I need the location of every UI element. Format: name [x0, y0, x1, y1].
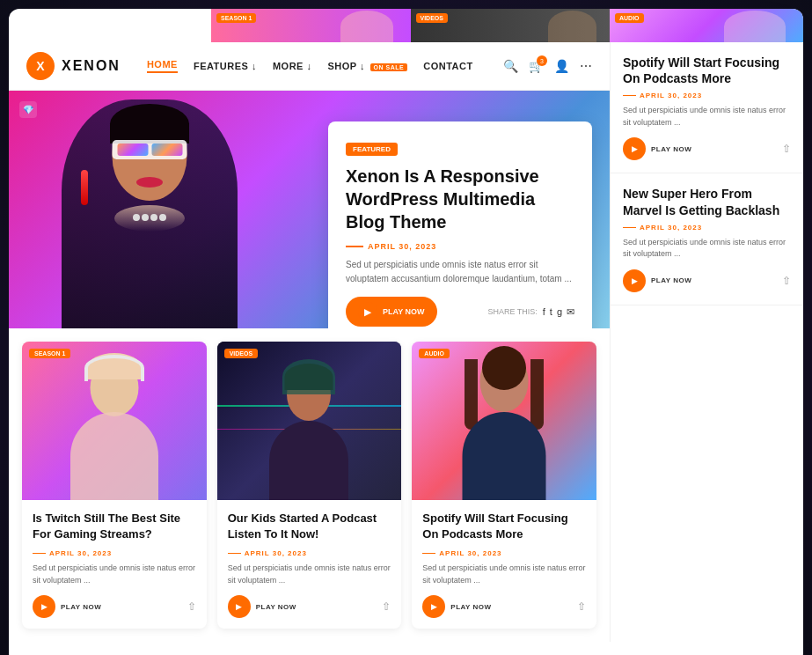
sidebar-2-share-icon[interactable]: ⇧	[782, 275, 791, 287]
sidebar-1-play-icon: ▶	[623, 137, 646, 160]
hero-card: FEATURED Xenon Is A Responsive WordPress…	[328, 121, 592, 328]
card-1-badge: SEASON 1	[29, 349, 70, 358]
main-wrapper: X XENON HOME FEATURES ↓ MORE ↓ SHOP ↓ ON…	[9, 9, 803, 642]
sidebar-1-play-button[interactable]: ▶ PLAY NOW	[623, 137, 691, 160]
card-2-badge: VIDEOS	[224, 349, 258, 358]
nav-contact[interactable]: CONTACT	[423, 61, 472, 71]
sidebar-2-play-icon: ▶	[623, 269, 646, 292]
right-sidebar: AUDIO Spotify Will Start Focusing On Pod…	[610, 42, 803, 642]
navbar: X XENON HOME FEATURES ↓ MORE ↓ SHOP ↓ ON…	[9, 42, 610, 91]
card-3-play-label: PLAY NOW	[450, 603, 491, 611]
sidebar-2-card: New Super Hero From Marvel Is Getting Ba…	[611, 173, 803, 305]
sidebar-1-card: Spotify Will Start Focusing On Podcasts …	[611, 42, 803, 173]
sidebar-item-1: AUDIO Spotify Will Start Focusing On Pod…	[611, 42, 803, 173]
sidebar-2-title: New Super Hero From Marvel Is Getting Ba…	[623, 186, 791, 217]
share-icons: f t g ✉	[543, 306, 574, 318]
right-top-strip: AUDIO	[610, 9, 803, 42]
card-1-title: Is Twitch Still The Best Site For Gaming…	[33, 511, 196, 542]
card-1-share-icon[interactable]: ⇧	[187, 600, 196, 613]
card-3-play-icon: ▶	[422, 595, 445, 618]
sidebar-1-play-label: PLAY NOW	[651, 145, 691, 153]
sidebar-2-date: APRIL 30, 2023	[623, 224, 791, 232]
nav-icons: 🔍 🛒 3 👤 ⋯	[503, 59, 592, 73]
nav-more[interactable]: MORE ↓	[273, 61, 312, 71]
card-2-play-icon: ▶	[228, 595, 251, 618]
strip-season1: SEASON 1	[211, 9, 411, 42]
sidebar-1-title: Spotify Will Start Focusing On Podcasts …	[623, 55, 791, 86]
email-icon[interactable]: ✉	[567, 306, 574, 318]
logo-text: XENON	[62, 58, 121, 74]
card-3-title: Spotify Will Start Focusing On Podcasts …	[422, 511, 586, 542]
hero-title: Xenon Is A Responsive WordPress Multimed…	[346, 165, 574, 233]
card-3-footer: ▶ PLAY NOW ⇧	[422, 595, 586, 618]
card-2-body: Our Kids Started A Podcast Listen To It …	[217, 500, 402, 629]
card-3-image: AUDIO	[412, 342, 596, 500]
google-icon[interactable]: g	[557, 306, 562, 318]
hero-text: Sed ut perspiciatis unde omnis iste natu…	[346, 258, 574, 286]
card-1-image: SEASON 1	[22, 342, 207, 500]
card-2-share-icon[interactable]: ⇧	[382, 600, 391, 613]
sidebar-1-share-icon[interactable]: ⇧	[782, 143, 791, 155]
card-1-text: Sed ut perspiciatis unde omnis iste natu…	[33, 563, 196, 586]
browser-window: SEASON 1 VIDEOS AUDIO X XENON HOME FEAT	[9, 9, 803, 655]
card-3-play-button[interactable]: ▶ PLAY NOW	[422, 595, 491, 618]
card-3-share-icon[interactable]: ⇧	[577, 600, 586, 613]
sidebar-1-text: Sed ut perspiciatis unde omnis iste natu…	[623, 105, 791, 129]
right-strip-badge: AUDIO	[615, 13, 644, 23]
sidebar-2-footer: ▶ PLAY NOW ⇧	[623, 269, 791, 292]
card-2-text: Sed ut perspiciatis unde omnis iste natu…	[228, 563, 391, 586]
card-3-body: Spotify Will Start Focusing On Podcasts …	[412, 500, 596, 629]
card-2-footer: ▶ PLAY NOW ⇧	[228, 595, 391, 618]
twitter-icon[interactable]: t	[550, 306, 552, 318]
card-3-date: APRIL 30, 2023	[422, 549, 586, 557]
cart-badge: 3	[537, 55, 547, 66]
card-3-text: Sed ut perspiciatis unde omnis iste natu…	[422, 563, 586, 586]
search-button[interactable]: 🔍	[503, 59, 518, 73]
user-button[interactable]: 👤	[554, 59, 569, 73]
card-1-date: APRIL 30, 2023	[33, 549, 196, 557]
strip-badge-2: VIDEOS	[416, 13, 448, 23]
hero-section: 💎 FEATURED Xenon Is A Responsive WordPre…	[9, 91, 610, 328]
content-area: X XENON HOME FEATURES ↓ MORE ↓ SHOP ↓ ON…	[9, 42, 610, 642]
card-2-title: Our Kids Started A Podcast Listen To It …	[228, 511, 391, 542]
top-preview-strips: SEASON 1 VIDEOS	[211, 9, 610, 42]
card-1: SEASON 1 Is	[22, 342, 207, 629]
nav-features[interactable]: FEATURES ↓	[194, 61, 257, 71]
share-label: SHARE THIS:	[487, 307, 537, 316]
strip-badge-1: SEASON 1	[216, 13, 256, 23]
card-2-play-label: PLAY NOW	[256, 603, 296, 611]
card-3: AUDIO	[412, 342, 596, 629]
facebook-icon[interactable]: f	[543, 306, 545, 318]
hero-actions: ▶ PLAY NOW SHARE THIS: f t g ✉	[346, 297, 574, 327]
hero-play-icon: ▶	[358, 302, 377, 321]
card-1-play-icon: ▶	[33, 595, 55, 618]
cart-button[interactable]: 🛒 3	[529, 59, 544, 73]
card-2: VIDEOS	[217, 342, 402, 629]
card-1-body: Is Twitch Still The Best Site For Gaming…	[22, 500, 207, 629]
shop-badge: ON SALE	[370, 63, 408, 71]
hero-share-section: SHARE THIS: f t g ✉	[487, 306, 574, 318]
hero-date: APRIL 30, 2023	[346, 242, 574, 251]
strip-videos: VIDEOS	[411, 9, 611, 42]
card-1-play-button[interactable]: ▶ PLAY NOW	[33, 595, 101, 618]
sidebar-1-footer: ▶ PLAY NOW ⇧	[623, 137, 791, 160]
featured-badge: FEATURED	[346, 143, 398, 156]
nav-home[interactable]: HOME	[147, 59, 178, 73]
sidebar-2-text: Sed ut perspiciatis unde omnis iste natu…	[623, 237, 791, 261]
more-dots-button[interactable]: ⋯	[580, 59, 592, 73]
card-2-play-button[interactable]: ▶ PLAY NOW	[228, 595, 296, 618]
sidebar-2-play-button[interactable]: ▶ PLAY NOW	[623, 269, 691, 292]
nav-shop[interactable]: SHOP ↓ ON SALE	[328, 61, 408, 71]
sidebar-item-2: AUDIO	[611, 173, 803, 305]
hero-play-button[interactable]: ▶ PLAY NOW	[346, 297, 437, 327]
card-2-image: VIDEOS	[217, 342, 402, 500]
card-2-date: APRIL 30, 2023	[228, 549, 391, 557]
sidebar-1-date: APRIL 30, 2023	[623, 92, 791, 99]
logo-icon: X	[26, 52, 55, 80]
card-grid: SEASON 1 Is	[9, 328, 610, 642]
nav-links: HOME FEATURES ↓ MORE ↓ SHOP ↓ ON SALE CO…	[147, 59, 473, 73]
card-3-badge: AUDIO	[419, 349, 450, 358]
card-1-play-label: PLAY NOW	[61, 603, 101, 611]
logo[interactable]: X XENON	[26, 52, 121, 80]
sidebar-2-play-label: PLAY NOW	[651, 276, 691, 284]
